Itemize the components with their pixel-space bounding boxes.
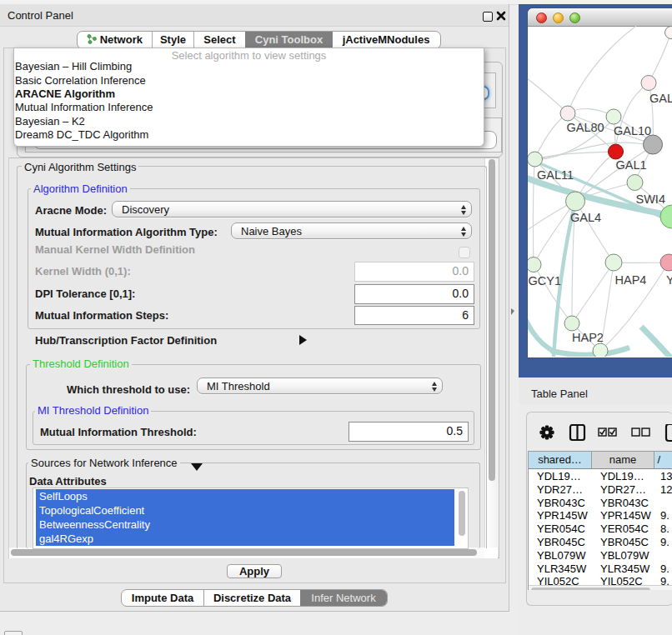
svg-text:GCY1: GCY1	[529, 274, 562, 288]
svg-text:GAL10: GAL10	[614, 124, 651, 138]
svg-text:GAL80: GAL80	[567, 121, 604, 134]
svg-text:GAL11: GAL11	[537, 168, 574, 182]
svg-text:GAL4: GAL4	[570, 211, 601, 224]
svg-text:YM: YM	[666, 273, 672, 287]
svg-text:HAP4: HAP4	[615, 273, 647, 287]
svg-text:HAP2: HAP2	[572, 331, 604, 344]
svg-text:GAL1: GAL1	[616, 158, 647, 172]
svg-text:SWI4: SWI4	[636, 192, 665, 206]
svg-text:GAL7: GAL7	[649, 92, 672, 105]
